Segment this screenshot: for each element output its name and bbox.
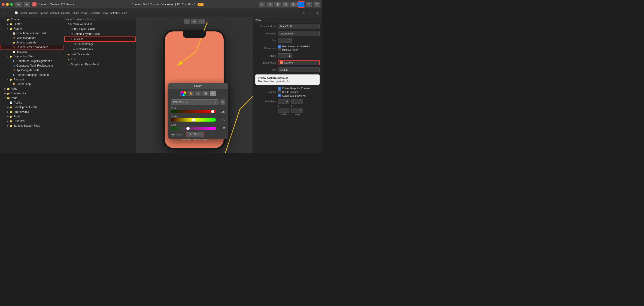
- tag-decrement[interactable]: ▼: [292, 41, 294, 42]
- hex-input[interactable]: [186, 132, 204, 137]
- breadcrumb-item-5[interactable]: View C...r Scene: [81, 12, 100, 14]
- scene-item-first-responder[interactable]: ◉ First Responder: [64, 52, 136, 57]
- red-slider-track[interactable]: [171, 110, 216, 113]
- breadcrumb-item-7[interactable]: View: [122, 12, 128, 14]
- library-button[interactable]: ☰: [306, 2, 312, 7]
- layout-button-2[interactable]: ▤: [282, 2, 289, 7]
- multiple-touch-checkbox[interactable]: [278, 48, 281, 51]
- alpha-increment[interactable]: ▲: [292, 54, 294, 56]
- file-item-runner-sub[interactable]: ▼ 📁 Runner: [0, 26, 64, 31]
- file-item-assets[interactable]: 📂 Assets.xcassets: [0, 40, 64, 45]
- file-item-flutter[interactable]: ▶ 📁 Flutter: [0, 22, 64, 26]
- breadcrumb-item-4[interactable]: Launch...(Base): [61, 12, 79, 14]
- canvas-zoom-btn[interactable]: ⤢: [198, 19, 205, 24]
- colors-settings-button[interactable]: ⚙: [220, 99, 226, 105]
- canvas-forward-btn[interactable]: ◈: [191, 19, 198, 24]
- scene-item-launchimage[interactable]: 🖼 LaunchImage: [64, 42, 136, 47]
- file-item-frameworks-pods[interactable]: ▶ 📁 Frameworks: [0, 110, 64, 114]
- file-item-launchscreen[interactable]: ⊡ LaunchScreen.storyboard: [0, 45, 64, 50]
- alpha-input[interactable]: [278, 53, 292, 58]
- tint-select[interactable]: Default ⌄: [278, 67, 320, 72]
- file-item-gen-m[interactable]: m GeneratedPluginRegistrant.m: [0, 63, 64, 68]
- tag-increment[interactable]: ▲: [292, 39, 294, 41]
- clears-graphics-checkbox[interactable]: ✓: [278, 87, 281, 90]
- scene-item-exit[interactable]: ⊠ Exit: [64, 57, 136, 62]
- file-label: Main.storyboard: [16, 36, 36, 40]
- return-button[interactable]: ⏎: [266, 2, 273, 7]
- layout-button-3[interactable]: ▥: [290, 2, 296, 7]
- green-slider-thumb[interactable]: [192, 118, 195, 122]
- app-icon: R: [32, 2, 36, 7]
- add-tab-button[interactable]: +: [259, 2, 265, 7]
- warning-badge[interactable]: ⚠ 2: [198, 3, 204, 6]
- blue-slider-track[interactable]: [171, 127, 216, 130]
- canvas-back-btn[interactable]: ⊙: [184, 19, 190, 24]
- user-interaction-checkbox[interactable]: ✓: [278, 45, 281, 48]
- tag-input[interactable]: [278, 38, 292, 43]
- scene-item-view[interactable]: ▼ ▣ View: [64, 37, 136, 42]
- autoresize-checkbox[interactable]: ✓: [278, 94, 281, 97]
- content-mode-select[interactable]: Scale To Fi... ⌄: [278, 24, 320, 29]
- alpha-decrement[interactable]: ▼: [292, 56, 294, 57]
- scene-item-top-guide[interactable]: ⊞ Top Layout Guide: [64, 26, 136, 32]
- blue-slider-thumb[interactable]: [186, 127, 190, 130]
- clip-bounds-checkbox[interactable]: [278, 90, 281, 93]
- file-item-products-runner[interactable]: ▼ 📁 Products: [0, 77, 64, 82]
- minimize-button[interactable]: [6, 3, 9, 6]
- file-label: Info.plist: [16, 50, 27, 53]
- breadcrumb-item-6[interactable]: View Controller: [102, 12, 120, 14]
- file-item-runner-app[interactable]: 📦 Runner.app: [0, 82, 64, 86]
- layout-button-1[interactable]: ▣: [274, 2, 281, 7]
- color-image-tab[interactable]: 🖼: [202, 91, 209, 96]
- file-item-podfile[interactable]: 📄 Podfile: [0, 100, 64, 105]
- color-wheel-tab[interactable]: [180, 91, 187, 96]
- file-item-dev-pods[interactable]: ▶ 📁 Development Pods: [0, 105, 64, 110]
- file-item-runner-root[interactable]: ▼ 📁 Runner: [0, 17, 64, 22]
- scene-item-constraints[interactable]: ▶ ⊟ Constraints: [64, 47, 136, 52]
- warning-icon[interactable]: ⚠: [301, 10, 306, 16]
- file-item-pods-1[interactable]: ▶ 📁 Pods: [0, 86, 64, 91]
- green-slider-track[interactable]: [171, 118, 216, 122]
- breadcrumb-item-1[interactable]: Runner: [19, 12, 27, 14]
- color-palette-tab[interactable]: ⊞: [195, 91, 202, 96]
- nav-chevrons[interactable]: ‹›: [308, 10, 313, 16]
- stretch-w-input[interactable]: [278, 108, 290, 113]
- breadcrumb-item-3[interactable]: Launch...ryboard: [40, 12, 59, 14]
- back-button[interactable]: ‹: [2, 10, 8, 16]
- forward-button[interactable]: ›: [8, 10, 14, 16]
- debug-button[interactable]: ⊡: [314, 2, 320, 7]
- stop-button[interactable]: ■: [24, 2, 30, 7]
- file-item-supporting[interactable]: ▼ 📁 Supporting Files: [0, 54, 64, 59]
- file-item-targets-support[interactable]: ▶ 📁 Targets Support Files: [0, 123, 64, 128]
- editor-options[interactable]: ≡: [314, 10, 320, 16]
- file-item-pods-sub[interactable]: ▶ 📁 Pods: [0, 114, 64, 119]
- red-slider-thumb[interactable]: [211, 110, 214, 113]
- stretch-x-input[interactable]: [278, 99, 290, 104]
- file-item-main-storyboard[interactable]: ⊡ Main.storyboard: [0, 36, 64, 40]
- scene-item-entry-point[interactable]: → Storyboard Entry Point: [64, 62, 136, 67]
- file-item-bridging[interactable]: h Runner-Bridging-Header.h: [0, 73, 64, 77]
- inspector-button[interactable]: 🔵: [298, 2, 304, 7]
- file-item-frameworks[interactable]: ▶ 📁 Frameworks: [0, 91, 64, 96]
- breadcrumb-item-2[interactable]: Runner: [29, 12, 38, 14]
- stretch-h-input[interactable]: [291, 108, 303, 113]
- scene-item-vc[interactable]: ▼ ⊡ View Controller: [64, 21, 136, 26]
- play-button[interactable]: ▶: [15, 2, 22, 7]
- color-pencil-tab[interactable]: ✏: [210, 91, 216, 96]
- file-item-products-pods[interactable]: ▶ 📁 Products: [0, 119, 64, 123]
- background-select[interactable]: Custom ⌄: [278, 60, 320, 65]
- file-item-google-plist[interactable]: 📋 GoogleService-Info.plist: [0, 31, 64, 36]
- file-item-pods-root[interactable]: ▼ 📁 Pods: [0, 96, 64, 100]
- close-button[interactable]: [2, 3, 4, 6]
- maximize-button[interactable]: [10, 3, 13, 6]
- file-item-appdelegate[interactable]: S AppDelegate.swift: [0, 68, 64, 73]
- swift-icon: S: [12, 69, 16, 72]
- colors-mode-dropdown[interactable]: RGB Sliders ⌄: [171, 99, 218, 105]
- file-item-gen-h[interactable]: h GeneratedPluginRegistrant.h: [0, 59, 64, 63]
- color-sliders-tab[interactable]: 🎨: [188, 91, 194, 96]
- scene-item-bottom-guide[interactable]: ⊞ Bottom Layout Guide: [64, 32, 136, 37]
- file-item-info-plist[interactable]: 📋 Info.plist: [0, 50, 64, 54]
- stretch-y-input[interactable]: [291, 99, 303, 104]
- semantic-select[interactable]: Unspecified ⌄: [278, 31, 320, 36]
- disclosure-icon: ▶: [6, 23, 9, 26]
